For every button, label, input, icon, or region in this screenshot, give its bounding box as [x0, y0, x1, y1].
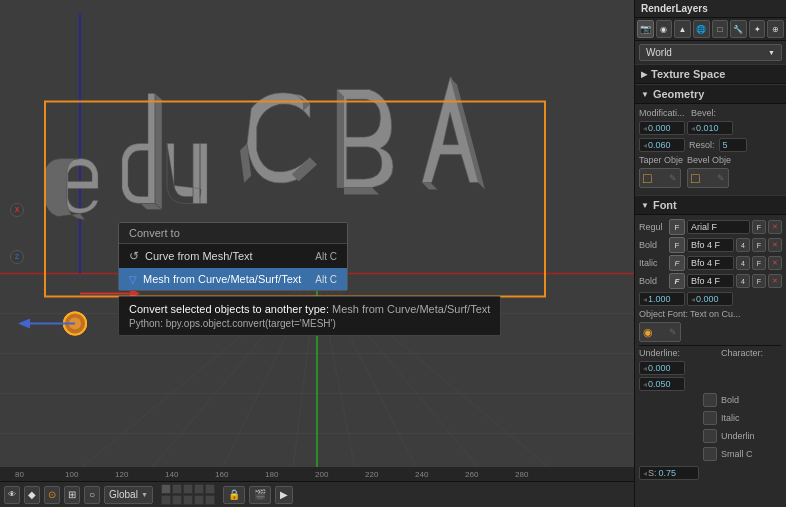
bold-italic-font-4-btn[interactable]: 4	[736, 274, 750, 288]
geometry-header[interactable]: ▼ Geometry	[635, 84, 786, 104]
regular-label: Regul	[639, 222, 667, 232]
size-shear-row: ◂ 1.000 ◂ 0.000	[639, 292, 782, 306]
regular-font-x-btn[interactable]: ✕	[768, 220, 782, 234]
render-tab-icon[interactable]: ◉	[656, 20, 673, 38]
layer-btn-9[interactable]	[194, 495, 204, 505]
regular-font-name[interactable]: Arial F	[687, 220, 750, 234]
bold-italic-font-name[interactable]: Bfo 4 F	[687, 274, 734, 288]
modification-label: Modificati...	[639, 108, 689, 118]
physics-tab-icon[interactable]: ⊕	[767, 20, 784, 38]
curve-icon: ↺	[129, 249, 139, 263]
underline-thickness-value: 0.050	[648, 379, 671, 389]
modifier-tab-icon[interactable]: 🔧	[730, 20, 747, 38]
render-layers-title: RenderLayers	[641, 3, 708, 14]
object-font-row: Object Font: Text on Cu...	[639, 309, 782, 319]
bevel-value-field[interactable]: ◂ 0.010	[687, 121, 733, 135]
world-dropdown-arrow: ▼	[768, 49, 775, 56]
axis-x-btn[interactable]: X	[10, 203, 24, 217]
right-panel: RenderLayers 📷 ◉ ▲ 🌐 □ 🔧 ✦ ⊕ World	[634, 0, 786, 507]
font-divider	[639, 345, 782, 346]
extrude-field[interactable]: ◂ 0.060	[639, 138, 685, 152]
layer-btn-10[interactable]	[205, 495, 215, 505]
transform-orientation-dropdown[interactable]: Global ▼	[104, 486, 153, 504]
world-dropdown[interactable]: World ▼	[639, 44, 782, 61]
viewport[interactable]: Convert to ↺ Curve from Mesh/Text Alt C …	[0, 0, 634, 507]
ruler-tick-80: 80	[15, 470, 24, 479]
bold-font-name[interactable]: Bfo 4 F	[687, 238, 734, 252]
extrude-resol-row: ◂ 0.060 Resol: 5	[639, 138, 782, 152]
bold-italic-font-browse-btn[interactable]: F	[752, 274, 766, 288]
italic-font-icon[interactable]: F	[669, 255, 685, 271]
bold-check-row: Bold	[699, 393, 782, 407]
bevel-value-row: ◂ 0.000 ◂ 0.010	[639, 121, 782, 135]
particles-tab-icon[interactable]: ✦	[749, 20, 766, 38]
texture-space-header[interactable]: ▶ Texture Space	[635, 64, 786, 84]
bold-font-icon[interactable]: F	[669, 237, 685, 253]
underline-pos-field[interactable]: ◂ 0.000	[639, 361, 685, 375]
view-mode-btn[interactable]: 👁	[4, 486, 20, 504]
mesh-icon: ▽	[129, 274, 137, 285]
italic-font-name[interactable]: Bfo 4 F	[687, 256, 734, 270]
ruler-tick-260: 260	[465, 470, 478, 479]
object-font-btn[interactable]: ◉ ✎	[639, 322, 681, 342]
snap-btn[interactable]: ⊞	[64, 486, 80, 504]
italic-checkbox[interactable]	[703, 411, 717, 425]
resol-field[interactable]: 5	[719, 138, 747, 152]
lock-btn[interactable]: 🔒	[223, 486, 245, 504]
underline-checkbox[interactable]	[703, 429, 717, 443]
italic-check-label: Italic	[721, 413, 740, 423]
layer-btn-8[interactable]	[183, 495, 193, 505]
layer-btn-5[interactable]	[205, 484, 215, 494]
underline-fields-row: ◂ 0.000	[639, 361, 782, 375]
regular-font-icon[interactable]: F	[669, 219, 685, 235]
small-caps-check-label: Small C	[721, 449, 753, 459]
world-tab-icon[interactable]: 🌐	[693, 20, 710, 38]
axis-z-btn[interactable]: Z	[10, 250, 24, 264]
camera-tab-icon[interactable]: 📷	[637, 20, 654, 38]
proportional-btn[interactable]: ○	[84, 486, 100, 504]
underline-thickness-field[interactable]: ◂ 0.050	[639, 377, 685, 391]
bold-font-x-btn[interactable]: ✕	[768, 238, 782, 252]
underline-check-row: Underlin	[699, 429, 782, 443]
context-menu-item-mesh[interactable]: ▽ Mesh from Curve/Meta/Surf/Text Alt C	[119, 268, 347, 290]
bevel-obj-btn[interactable]: □ ✎	[687, 168, 729, 188]
bold-checkbox[interactable]	[703, 393, 717, 407]
scene-tab-icon[interactable]: ▲	[674, 20, 691, 38]
regular-font-browse-btn[interactable]: F	[752, 220, 766, 234]
bold-font-browse-btn[interactable]: F	[752, 238, 766, 252]
layer-buttons[interactable]	[161, 484, 215, 505]
bold-font-4-btn[interactable]: 4	[736, 238, 750, 252]
scale-field[interactable]: ◂ S: 0.75	[639, 466, 699, 480]
viewport-shading-btn[interactable]: ◆	[24, 486, 40, 504]
offset-field[interactable]: ◂ 0.000	[639, 121, 685, 135]
font-arrow-icon: ▼	[641, 201, 649, 210]
layer-btn-4[interactable]	[194, 484, 204, 494]
bold-italic-font-x-btn[interactable]: ✕	[768, 274, 782, 288]
layer-btn-3[interactable]	[183, 484, 193, 494]
dropdown-arrow-icon: ▼	[141, 491, 148, 498]
timeline-btn[interactable]: ▶	[275, 486, 293, 504]
context-menu-item-curve[interactable]: ↺ Curve from Mesh/Text Alt C	[119, 244, 347, 268]
italic-font-4-btn[interactable]: 4	[736, 256, 750, 270]
regular-font-row: Regul F Arial F F ✕	[639, 219, 782, 235]
layer-btn-6[interactable]	[161, 495, 171, 505]
font-header[interactable]: ▼ Font	[635, 195, 786, 215]
taper-obj-btn[interactable]: □ ✎	[639, 168, 681, 188]
bevel-obj-label: Bevel Obje	[687, 155, 731, 165]
italic-label: Italic	[639, 258, 667, 268]
render-btn[interactable]: 🎬	[249, 486, 271, 504]
bold-italic-font-icon[interactable]: F	[669, 273, 685, 289]
italic-font-x-btn[interactable]: ✕	[768, 256, 782, 270]
layer-btn-1[interactable]	[161, 484, 171, 494]
underline-label: Underline:	[639, 348, 689, 358]
layer-btn-7[interactable]	[172, 495, 182, 505]
pivot-btn[interactable]: ⊙	[44, 486, 60, 504]
object-font-label: Object Font:	[639, 309, 688, 319]
size-field[interactable]: ◂ 1.000	[639, 292, 685, 306]
layer-btn-2[interactable]	[172, 484, 182, 494]
shear-field[interactable]: ◂ 0.000	[687, 292, 733, 306]
italic-font-browse-btn[interactable]: F	[752, 256, 766, 270]
text-on-curve-label: Text on Cu...	[690, 309, 741, 319]
small-caps-checkbox[interactable]	[703, 447, 717, 461]
object-tab-icon[interactable]: □	[712, 20, 729, 38]
